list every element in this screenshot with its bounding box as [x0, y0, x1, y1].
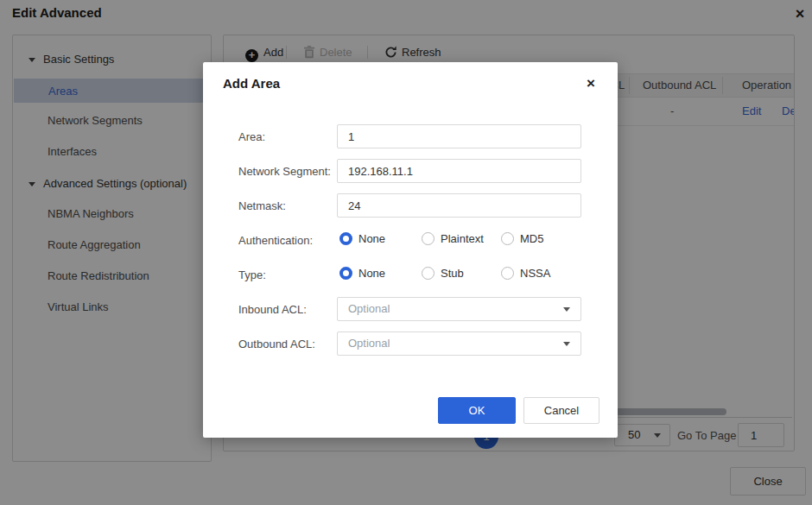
cancel-button[interactable]: Cancel: [523, 397, 599, 424]
auth-radio-none[interactable]: None: [339, 232, 385, 248]
type-radio-none[interactable]: None: [339, 267, 385, 282]
modal-title: Add Area: [223, 76, 280, 91]
inbound-acl-label: Inbound ACL:: [238, 303, 307, 317]
netmask-label: Netmask:: [238, 199, 286, 213]
radio-label: Plaintext: [441, 232, 484, 245]
caret-down-icon: [563, 307, 570, 312]
radio-label: MD5: [520, 232, 543, 245]
type-label: Type:: [238, 268, 266, 282]
radio-icon: [422, 267, 435, 280]
radio-selected-icon: [339, 232, 352, 245]
outbound-acl-label: Outbound ACL:: [238, 338, 315, 351]
radio-icon: [501, 267, 514, 280]
radio-selected-icon: [339, 267, 352, 280]
radio-icon: [422, 232, 435, 245]
network-segment-label: Network Segment:: [238, 165, 331, 179]
ok-button[interactable]: OK: [438, 397, 516, 424]
add-area-modal: Add Area × Area: Network Segment: Netmas…: [203, 62, 618, 438]
area-label: Area:: [238, 130, 265, 144]
select-placeholder: Optional: [348, 337, 390, 350]
type-radio-nssa[interactable]: NSSA: [501, 267, 550, 282]
network-segment-input[interactable]: [337, 159, 581, 183]
radio-label: NSSA: [520, 267, 550, 280]
area-input[interactable]: [337, 124, 581, 148]
caret-down-icon: [563, 342, 570, 346]
type-radio-stub[interactable]: Stub: [422, 267, 464, 282]
authentication-label: Authentication:: [238, 234, 313, 248]
radio-label: None: [358, 267, 385, 280]
auth-radio-md5[interactable]: MD5: [501, 232, 543, 248]
modal-close-icon[interactable]: ×: [580, 73, 602, 95]
radio-icon: [501, 232, 514, 245]
auth-radio-plaintext[interactable]: Plaintext: [422, 232, 484, 248]
outbound-acl-select[interactable]: Optional: [337, 331, 581, 356]
inbound-acl-select[interactable]: Optional: [337, 297, 581, 321]
select-placeholder: Optional: [348, 302, 390, 315]
radio-label: Stub: [441, 267, 464, 280]
radio-label: None: [358, 232, 385, 245]
netmask-input[interactable]: [337, 193, 581, 218]
